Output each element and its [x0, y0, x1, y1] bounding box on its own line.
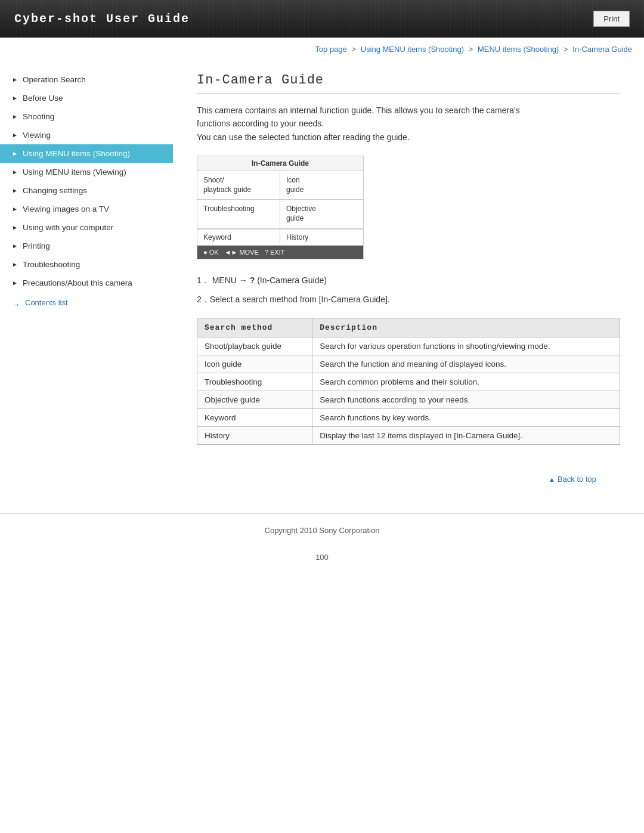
grid-cell-2: Iconguide: [280, 171, 363, 200]
header-title: Cyber-shot User Guide: [14, 12, 190, 26]
table-cell-method: Keyword: [197, 409, 312, 427]
sidebar-label: Printing: [23, 241, 50, 250]
print-button[interactable]: Print: [593, 11, 630, 27]
sidebar-label: Viewing: [23, 131, 51, 140]
grid-cell-3: Troubleshooting: [197, 200, 280, 228]
sidebar-label: Using with your computer: [23, 223, 113, 232]
table-row: KeywordSearch functions by key words.: [197, 409, 620, 427]
question-mark-icon: ?: [250, 275, 255, 285]
contents-link-label: Contents list: [25, 298, 68, 307]
table-cell-method: Shoot/playback guide: [197, 337, 312, 355]
intro-line-1: This camera contains an internal functio…: [197, 106, 520, 115]
arrow-icon: ►: [12, 169, 18, 175]
table-cell-method: Icon guide: [197, 355, 312, 373]
main-layout: ► Operation Search ► Before Use ► Shooti…: [0, 61, 644, 513]
widget-controls: ● OK ◄► MOVE ? EXIT: [197, 246, 363, 259]
table-cell-description: Search the function and meaning of displ…: [312, 355, 620, 373]
arrow-icon: ►: [12, 224, 18, 231]
sidebar-item-shooting[interactable]: ► Shooting: [0, 107, 173, 126]
search-table: Search method Description Shoot/playback…: [197, 318, 620, 445]
breadcrumb-link-4[interactable]: In-Camera Guide: [572, 45, 632, 54]
page-title: In-Camera Guide: [197, 73, 620, 94]
sidebar-label: Operation Search: [23, 75, 86, 84]
col-header-method: Search method: [197, 318, 312, 337]
step-1: 1． MENU → ? (In-Camera Guide): [197, 274, 620, 287]
sidebar-item-printing[interactable]: ► Printing: [0, 237, 173, 255]
page-number: 100: [0, 541, 644, 574]
intro-text: This camera contains an internal functio…: [197, 104, 620, 144]
sidebar-item-precautions[interactable]: ► Precautions/About this camera: [0, 274, 173, 292]
footer-divider: [0, 513, 644, 514]
sidebar-label: Shooting: [23, 112, 54, 121]
arrow-right-icon: [12, 300, 21, 306]
arrow-icon: ►: [12, 95, 18, 101]
bottom-cell-1: Keyword: [197, 230, 280, 246]
table-cell-method: Objective guide: [197, 391, 312, 409]
table-cell-method: Troubleshooting: [197, 373, 312, 391]
step-2: 2．Select a search method from [In-Camera…: [197, 293, 620, 306]
footer: Copyright 2010 Sony Corporation: [0, 520, 644, 541]
sidebar-label: Using MENU items (Viewing): [23, 168, 126, 176]
table-cell-method: History: [197, 427, 312, 445]
col-header-description: Description: [312, 318, 620, 337]
bottom-cell-2: History: [280, 230, 363, 246]
table-cell-description: Search functions by key words.: [312, 409, 620, 427]
arrow-icon: ►: [12, 76, 18, 83]
back-to-top-label: Back to top: [558, 475, 596, 484]
sidebar-item-using-computer[interactable]: ► Using with your computer: [0, 218, 173, 237]
sidebar-item-viewing-images-tv[interactable]: ► Viewing images on a TV: [0, 200, 173, 218]
table-row: Shoot/playback guideSearch for various o…: [197, 337, 620, 355]
breadcrumb-link-1[interactable]: Top page: [315, 45, 347, 54]
step-1-menu: MENU: [212, 275, 237, 285]
sidebar-item-using-menu-viewing[interactable]: ► Using MENU items (Viewing): [0, 163, 173, 181]
arrow-icon: ►: [12, 132, 18, 138]
sidebar-label: Before Use: [23, 94, 63, 103]
table-row: Objective guideSearch functions accordin…: [197, 391, 620, 409]
arrow-icon: ►: [12, 113, 18, 120]
sidebar-item-viewing[interactable]: ► Viewing: [0, 126, 173, 144]
back-to-top-bar: ▲ Back to top: [197, 463, 620, 490]
step-1-arrow: →: [239, 275, 250, 285]
up-triangle-icon: ▲: [549, 476, 555, 483]
content-area: In-Camera Guide This camera contains an …: [173, 61, 644, 513]
contents-list-link[interactable]: Contents list: [0, 292, 173, 313]
table-cell-description: Display the last 12 items displayed in […: [312, 427, 620, 445]
intro-line-2: functions according to your needs.: [197, 119, 324, 128]
sidebar-item-changing-settings[interactable]: ► Changing settings: [0, 181, 173, 200]
breadcrumb: Top page > Using MENU items (Shooting) >…: [0, 38, 644, 61]
back-to-top-link[interactable]: ▲ Back to top: [549, 475, 596, 484]
grid-cell-4: Objectiveguide: [280, 200, 363, 228]
table-row: TroubleshootingSearch common problems an…: [197, 373, 620, 391]
sidebar-label: Changing settings: [23, 186, 87, 195]
intro-line-3: You can use the selected function after …: [197, 132, 410, 142]
table-row: HistoryDisplay the last 12 items display…: [197, 427, 620, 445]
sidebar-item-before-use[interactable]: ► Before Use: [0, 89, 173, 107]
table-row: Icon guideSearch the function and meanin…: [197, 355, 620, 373]
widget-bottom-row: Keyword History: [197, 230, 363, 246]
grid-cell-1: Shoot/playback guide: [197, 171, 280, 200]
sidebar-label: Precautions/About this camera: [23, 278, 132, 287]
sidebar-label: Troubleshooting: [23, 260, 80, 269]
table-cell-description: Search common problems and their solutio…: [312, 373, 620, 391]
header: Cyber-shot User Guide Print: [0, 0, 644, 38]
sidebar-label: Viewing images on a TV: [23, 205, 109, 213]
step-1-rest: (In-Camera Guide): [257, 275, 327, 285]
widget-title: In-Camera Guide: [197, 156, 363, 171]
copyright-text: Copyright 2010 Sony Corporation: [265, 526, 380, 535]
table-cell-description: Search functions according to your needs…: [312, 391, 620, 409]
breadcrumb-link-2[interactable]: Using MENU items (Shooting): [361, 45, 464, 54]
step-1-num: 1．: [197, 275, 210, 285]
camera-guide-widget: In-Camera Guide Shoot/playback guide Ico…: [197, 156, 364, 259]
arrow-icon: ►: [12, 187, 18, 194]
sidebar-item-using-menu-shooting[interactable]: ► Using MENU items (Shooting): [0, 144, 173, 163]
arrow-icon: ►: [12, 243, 18, 249]
sidebar: ► Operation Search ► Before Use ► Shooti…: [0, 61, 173, 513]
arrow-icon: ►: [12, 206, 18, 212]
sidebar-label: Using MENU items (Shooting): [23, 149, 130, 158]
sidebar-item-operation-search[interactable]: ► Operation Search: [0, 70, 173, 89]
table-cell-description: Search for various operation functions i…: [312, 337, 620, 355]
breadcrumb-link-3[interactable]: MENU items (Shooting): [478, 45, 559, 54]
arrow-icon: ►: [12, 280, 18, 286]
sidebar-item-troubleshooting[interactable]: ► Troubleshooting: [0, 255, 173, 274]
arrow-icon: ►: [12, 261, 18, 268]
